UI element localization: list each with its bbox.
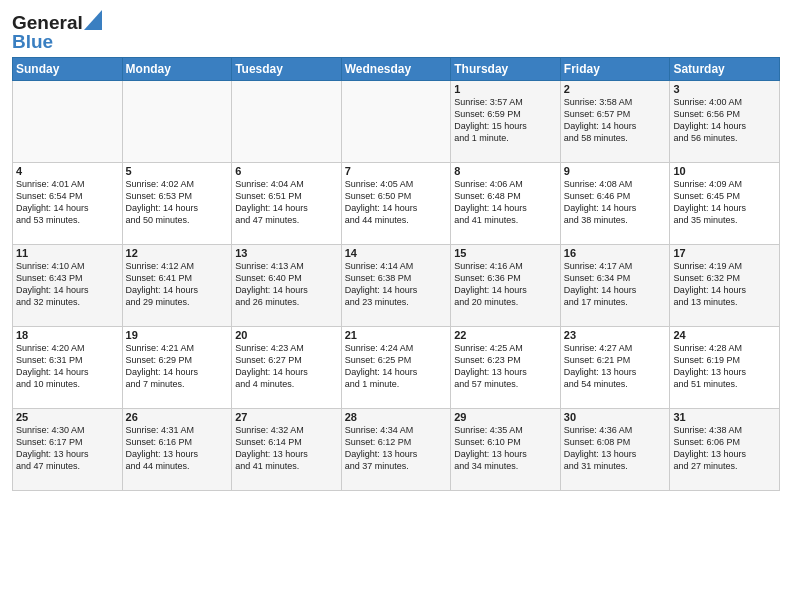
calendar-cell: 9Sunrise: 4:08 AM Sunset: 6:46 PM Daylig… (560, 163, 670, 245)
day-number: 25 (16, 411, 119, 423)
day-number: 11 (16, 247, 119, 259)
calendar-cell: 15Sunrise: 4:16 AM Sunset: 6:36 PM Dayli… (451, 245, 561, 327)
day-info: Sunrise: 4:19 AM Sunset: 6:32 PM Dayligh… (673, 260, 776, 309)
day-info: Sunrise: 4:27 AM Sunset: 6:21 PM Dayligh… (564, 342, 667, 391)
day-number: 1 (454, 83, 557, 95)
day-info: Sunrise: 4:00 AM Sunset: 6:56 PM Dayligh… (673, 96, 776, 145)
day-info: Sunrise: 4:32 AM Sunset: 6:14 PM Dayligh… (235, 424, 338, 473)
day-info: Sunrise: 4:16 AM Sunset: 6:36 PM Dayligh… (454, 260, 557, 309)
day-number: 17 (673, 247, 776, 259)
day-info: Sunrise: 4:01 AM Sunset: 6:54 PM Dayligh… (16, 178, 119, 227)
day-info: Sunrise: 4:02 AM Sunset: 6:53 PM Dayligh… (126, 178, 229, 227)
calendar-cell (13, 81, 123, 163)
day-info: Sunrise: 4:13 AM Sunset: 6:40 PM Dayligh… (235, 260, 338, 309)
day-info: Sunrise: 4:36 AM Sunset: 6:08 PM Dayligh… (564, 424, 667, 473)
day-number: 12 (126, 247, 229, 259)
calendar-week-row: 4Sunrise: 4:01 AM Sunset: 6:54 PM Daylig… (13, 163, 780, 245)
day-info: Sunrise: 4:31 AM Sunset: 6:16 PM Dayligh… (126, 424, 229, 473)
day-number: 29 (454, 411, 557, 423)
day-info: Sunrise: 4:30 AM Sunset: 6:17 PM Dayligh… (16, 424, 119, 473)
calendar-header-saturday: Saturday (670, 58, 780, 81)
day-info: Sunrise: 4:12 AM Sunset: 6:41 PM Dayligh… (126, 260, 229, 309)
calendar-cell: 10Sunrise: 4:09 AM Sunset: 6:45 PM Dayli… (670, 163, 780, 245)
day-info: Sunrise: 4:05 AM Sunset: 6:50 PM Dayligh… (345, 178, 448, 227)
day-number: 7 (345, 165, 448, 177)
day-number: 30 (564, 411, 667, 423)
day-number: 6 (235, 165, 338, 177)
day-info: Sunrise: 4:21 AM Sunset: 6:29 PM Dayligh… (126, 342, 229, 391)
day-info: Sunrise: 4:17 AM Sunset: 6:34 PM Dayligh… (564, 260, 667, 309)
day-info: Sunrise: 4:04 AM Sunset: 6:51 PM Dayligh… (235, 178, 338, 227)
calendar-cell: 27Sunrise: 4:32 AM Sunset: 6:14 PM Dayli… (232, 409, 342, 491)
calendar-cell: 31Sunrise: 4:38 AM Sunset: 6:06 PM Dayli… (670, 409, 780, 491)
day-number: 4 (16, 165, 119, 177)
calendar-cell: 26Sunrise: 4:31 AM Sunset: 6:16 PM Dayli… (122, 409, 232, 491)
day-number: 16 (564, 247, 667, 259)
day-number: 5 (126, 165, 229, 177)
day-info: Sunrise: 4:38 AM Sunset: 6:06 PM Dayligh… (673, 424, 776, 473)
calendar-header-monday: Monday (122, 58, 232, 81)
calendar-cell: 18Sunrise: 4:20 AM Sunset: 6:31 PM Dayli… (13, 327, 123, 409)
calendar-cell: 2Sunrise: 3:58 AM Sunset: 6:57 PM Daylig… (560, 81, 670, 163)
svg-marker-0 (84, 10, 102, 30)
calendar-header-tuesday: Tuesday (232, 58, 342, 81)
day-number: 28 (345, 411, 448, 423)
calendar-cell: 14Sunrise: 4:14 AM Sunset: 6:38 PM Dayli… (341, 245, 451, 327)
day-info: Sunrise: 4:23 AM Sunset: 6:27 PM Dayligh… (235, 342, 338, 391)
day-info: Sunrise: 4:34 AM Sunset: 6:12 PM Dayligh… (345, 424, 448, 473)
day-number: 15 (454, 247, 557, 259)
day-info: Sunrise: 4:08 AM Sunset: 6:46 PM Dayligh… (564, 178, 667, 227)
logo-general: General (12, 13, 83, 32)
calendar-cell: 30Sunrise: 4:36 AM Sunset: 6:08 PM Dayli… (560, 409, 670, 491)
day-number: 8 (454, 165, 557, 177)
day-number: 26 (126, 411, 229, 423)
day-info: Sunrise: 4:09 AM Sunset: 6:45 PM Dayligh… (673, 178, 776, 227)
day-info: Sunrise: 4:06 AM Sunset: 6:48 PM Dayligh… (454, 178, 557, 227)
calendar-cell: 16Sunrise: 4:17 AM Sunset: 6:34 PM Dayli… (560, 245, 670, 327)
day-number: 9 (564, 165, 667, 177)
calendar-cell: 24Sunrise: 4:28 AM Sunset: 6:19 PM Dayli… (670, 327, 780, 409)
day-info: Sunrise: 4:14 AM Sunset: 6:38 PM Dayligh… (345, 260, 448, 309)
calendar-header-row: SundayMondayTuesdayWednesdayThursdayFrid… (13, 58, 780, 81)
calendar-week-row: 1Sunrise: 3:57 AM Sunset: 6:59 PM Daylig… (13, 81, 780, 163)
day-number: 20 (235, 329, 338, 341)
day-number: 3 (673, 83, 776, 95)
calendar-cell (232, 81, 342, 163)
calendar-cell (341, 81, 451, 163)
calendar-cell: 1Sunrise: 3:57 AM Sunset: 6:59 PM Daylig… (451, 81, 561, 163)
logo-arrow-icon (84, 10, 102, 30)
calendar-cell: 22Sunrise: 4:25 AM Sunset: 6:23 PM Dayli… (451, 327, 561, 409)
logo-blue: Blue (12, 32, 102, 51)
day-number: 23 (564, 329, 667, 341)
calendar-header-thursday: Thursday (451, 58, 561, 81)
day-info: Sunrise: 4:28 AM Sunset: 6:19 PM Dayligh… (673, 342, 776, 391)
calendar-cell: 28Sunrise: 4:34 AM Sunset: 6:12 PM Dayli… (341, 409, 451, 491)
day-number: 27 (235, 411, 338, 423)
day-number: 22 (454, 329, 557, 341)
calendar-cell: 13Sunrise: 4:13 AM Sunset: 6:40 PM Dayli… (232, 245, 342, 327)
day-number: 14 (345, 247, 448, 259)
day-number: 24 (673, 329, 776, 341)
day-number: 2 (564, 83, 667, 95)
calendar-cell: 12Sunrise: 4:12 AM Sunset: 6:41 PM Dayli… (122, 245, 232, 327)
calendar-cell: 25Sunrise: 4:30 AM Sunset: 6:17 PM Dayli… (13, 409, 123, 491)
day-info: Sunrise: 3:57 AM Sunset: 6:59 PM Dayligh… (454, 96, 557, 145)
calendar-cell: 7Sunrise: 4:05 AM Sunset: 6:50 PM Daylig… (341, 163, 451, 245)
calendar-cell: 19Sunrise: 4:21 AM Sunset: 6:29 PM Dayli… (122, 327, 232, 409)
page-header: General Blue (12, 10, 780, 51)
day-number: 10 (673, 165, 776, 177)
calendar-week-row: 11Sunrise: 4:10 AM Sunset: 6:43 PM Dayli… (13, 245, 780, 327)
day-number: 31 (673, 411, 776, 423)
calendar-header-friday: Friday (560, 58, 670, 81)
calendar-cell: 23Sunrise: 4:27 AM Sunset: 6:21 PM Dayli… (560, 327, 670, 409)
day-number: 19 (126, 329, 229, 341)
calendar-cell: 11Sunrise: 4:10 AM Sunset: 6:43 PM Dayli… (13, 245, 123, 327)
calendar-week-row: 25Sunrise: 4:30 AM Sunset: 6:17 PM Dayli… (13, 409, 780, 491)
calendar-header-wednesday: Wednesday (341, 58, 451, 81)
calendar-table: SundayMondayTuesdayWednesdayThursdayFrid… (12, 57, 780, 491)
calendar-header-sunday: Sunday (13, 58, 123, 81)
day-info: Sunrise: 4:35 AM Sunset: 6:10 PM Dayligh… (454, 424, 557, 473)
calendar-week-row: 18Sunrise: 4:20 AM Sunset: 6:31 PM Dayli… (13, 327, 780, 409)
calendar-cell: 4Sunrise: 4:01 AM Sunset: 6:54 PM Daylig… (13, 163, 123, 245)
day-number: 21 (345, 329, 448, 341)
